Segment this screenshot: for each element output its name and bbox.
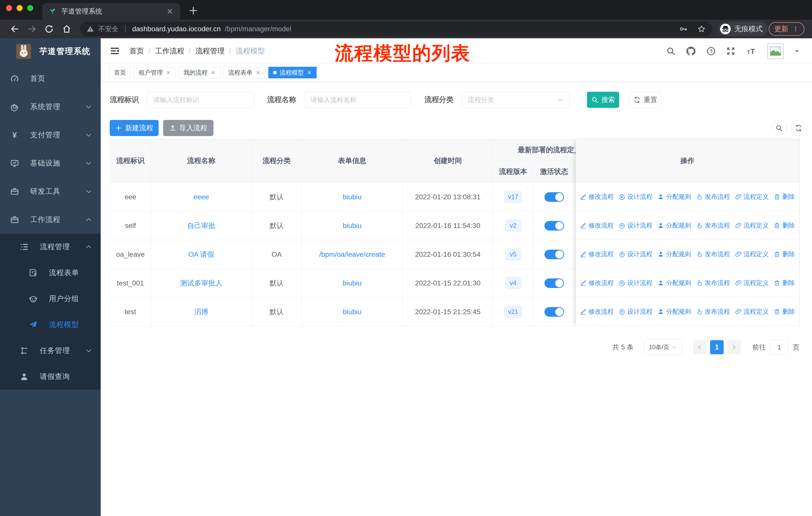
kebab-menu-icon[interactable] (792, 26, 799, 32)
action-design[interactable]: 设计流程 (619, 221, 652, 229)
action-design[interactable]: 设计流程 (619, 307, 652, 316)
close-icon[interactable] (166, 70, 171, 75)
form-info-link[interactable]: biubiu (343, 279, 362, 287)
back-icon[interactable] (10, 24, 20, 34)
search-icon[interactable] (666, 46, 675, 56)
action-design[interactable]: 设计流程 (619, 279, 652, 287)
action-publish[interactable]: 发布流程 (696, 221, 730, 229)
process-name-link[interactable]: OA 请假 (188, 250, 214, 258)
filter-name-input[interactable] (304, 92, 411, 108)
action-edit[interactable]: 修改流程 (580, 250, 614, 258)
action-delete[interactable]: 删除 (774, 221, 795, 229)
active-toggle[interactable] (545, 278, 564, 288)
sidebar-item-leave-query[interactable]: 请假查询 (0, 363, 101, 389)
search-button[interactable]: 搜索 (587, 92, 619, 108)
active-toggle[interactable] (545, 250, 564, 259)
active-toggle[interactable] (545, 192, 564, 202)
tag-process-form[interactable]: 流程表单 (224, 67, 265, 78)
window-zoom-button[interactable] (27, 5, 33, 11)
action-assign[interactable]: 分配规则 (658, 279, 691, 287)
home-icon[interactable] (62, 24, 71, 34)
form-info-link[interactable]: biubiu (343, 308, 362, 316)
forward-icon[interactable] (27, 24, 37, 34)
update-label[interactable]: 更新 (774, 24, 788, 34)
action-definition[interactable]: 流程定义 (735, 192, 769, 201)
fullscreen-icon[interactable] (726, 46, 735, 56)
prev-page-button[interactable] (693, 340, 706, 354)
action-delete[interactable]: 删除 (774, 250, 795, 258)
window-close-button[interactable] (6, 5, 12, 11)
tag-my-process[interactable]: 我的流程 (179, 67, 221, 78)
sidebar-item-process-model[interactable]: 流程模型 (0, 312, 101, 337)
create-process-button[interactable]: 新建流程 (110, 120, 158, 136)
page-size-select[interactable]: 10条/页 (644, 340, 683, 355)
avatar[interactable] (767, 43, 784, 59)
action-edit[interactable]: 修改流程 (580, 279, 614, 287)
address-bar[interactable]: 不安全 dashboard.yudao.iocoder.cn/bpm/manag… (80, 22, 712, 36)
next-page-button[interactable] (727, 340, 741, 354)
sidebar-item-devtools[interactable]: 研发工具 (0, 178, 101, 206)
sidebar-item-process-mgmt[interactable]: 流程管理 (0, 234, 101, 260)
process-name-link[interactable]: eeee (193, 193, 209, 201)
import-process-button[interactable]: 导入流程 (163, 120, 213, 136)
action-edit[interactable]: 修改流程 (580, 221, 614, 229)
reset-button[interactable]: 重置 (629, 92, 662, 108)
action-assign[interactable]: 分配规则 (658, 192, 691, 201)
action-definition[interactable]: 流程定义 (735, 307, 769, 316)
action-definition[interactable]: 流程定义 (735, 279, 769, 287)
sidebar-item-task-mgmt[interactable]: 任务管理 (0, 337, 101, 363)
form-info-link[interactable]: biubiu (343, 193, 362, 201)
github-icon[interactable] (686, 46, 696, 56)
new-tab-button[interactable] (188, 5, 198, 16)
refresh-table-button[interactable] (791, 120, 807, 136)
close-icon[interactable] (211, 70, 216, 75)
form-info-link[interactable]: /bpm/oa/leave/create (319, 250, 385, 258)
bookmark-star-icon[interactable] (697, 25, 706, 33)
action-definition[interactable]: 流程定义 (735, 250, 769, 258)
window-controls[interactable] (6, 5, 33, 11)
sidebar-collapse-icon[interactable] (109, 46, 120, 56)
browser-tab[interactable]: 芋道管理系统 (42, 3, 180, 20)
filter-category-select[interactable]: 流程分类 (462, 92, 570, 108)
action-delete[interactable]: 删除 (774, 279, 795, 287)
form-info-link[interactable]: biubiu (343, 222, 362, 229)
action-definition[interactable]: 流程定义 (735, 221, 769, 229)
caret-down-icon[interactable] (794, 48, 800, 54)
action-design[interactable]: 设计流程 (619, 192, 652, 201)
action-delete[interactable]: 删除 (774, 192, 795, 201)
action-publish[interactable]: 发布流程 (696, 192, 730, 201)
sidebar-item-user-group[interactable]: 用户分组 (0, 286, 101, 312)
action-publish[interactable]: 发布流程 (696, 279, 730, 287)
sidebar-item-system[interactable]: 系统管理 (0, 93, 101, 121)
sidebar-item-workflow[interactable]: 工作流程 (0, 206, 101, 234)
page-1-button[interactable]: 1 (710, 340, 724, 354)
tag-tenant[interactable]: 租户管理 (134, 67, 176, 78)
sidebar-item-infra[interactable]: 基础设施 (0, 149, 101, 178)
window-minimize-button[interactable] (17, 5, 23, 11)
action-edit[interactable]: 修改流程 (580, 307, 614, 316)
toggle-search-button[interactable] (771, 120, 787, 136)
tag-process-model[interactable]: 流程模型 (268, 67, 317, 78)
sidebar-item-payment[interactable]: ¥ 支付管理 (0, 121, 101, 149)
active-toggle[interactable] (545, 221, 564, 230)
sidebar-logo[interactable]: 芋道管理系统 (0, 38, 101, 64)
action-publish[interactable]: 发布流程 (696, 307, 730, 316)
action-assign[interactable]: 分配规则 (658, 221, 691, 229)
security-label[interactable]: 不安全 (98, 24, 119, 33)
reload-icon[interactable] (44, 24, 54, 34)
browser-update-button[interactable]: 更新 (769, 22, 805, 36)
active-toggle[interactable] (545, 307, 564, 317)
action-design[interactable]: 设计流程 (619, 250, 652, 258)
help-icon[interactable]: ? (706, 46, 716, 56)
tag-home[interactable]: 首页 (109, 67, 131, 78)
key-icon[interactable] (679, 25, 688, 33)
action-publish[interactable]: 发布流程 (696, 250, 730, 258)
text-size-icon[interactable]: TT (746, 46, 757, 56)
action-edit[interactable]: 修改流程 (580, 192, 614, 201)
process-name-link[interactable]: 测试多审批人 (180, 279, 223, 287)
breadcrumb-item[interactable]: 工作流程 (155, 46, 184, 56)
action-delete[interactable]: 删除 (774, 307, 795, 316)
tab-close-icon[interactable] (166, 7, 174, 15)
sidebar-item-process-form[interactable]: 流程表单 (0, 260, 101, 286)
close-icon[interactable] (256, 70, 261, 75)
